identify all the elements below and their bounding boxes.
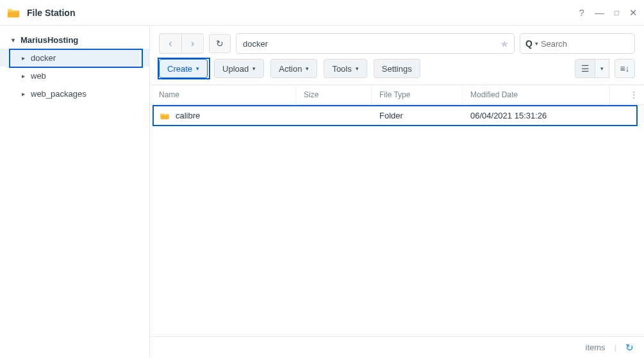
col-name[interactable]: Name [150,85,296,104]
sort-icon: ≡↓ [620,63,629,74]
nav-toolbar: ‹ › ↻ docker ★ Q▾ [150,26,644,59]
kebab-icon: ⋮ [630,90,638,99]
close-icon[interactable]: ✕ [629,8,638,17]
cell-name: calibre [150,111,296,121]
tree-item-docker[interactable]: ▸ docker [0,49,149,67]
caret-right-icon: ▸ [19,72,27,79]
search-icon: Q [525,38,533,49]
minimize-icon[interactable]: — [595,8,604,17]
row-name: calibre [176,111,200,120]
caret-right-icon: ▸ [19,54,27,61]
table-header: Name Size File Type Modified Date ⋮ [150,85,644,105]
help-icon[interactable]: ? [579,8,584,17]
chevron-down-icon: ▾ [600,65,604,72]
path-input[interactable]: docker ★ [236,33,515,54]
app-title: File Station [27,8,579,18]
app-folder-icon [6,6,21,20]
action-toolbar: Create ▾ Upload ▾ Action ▾ Tools ▾ Setti… [150,59,644,85]
star-icon[interactable]: ★ [500,38,509,50]
upload-label: Upload [222,64,249,74]
chevron-right-icon: › [191,38,194,49]
cell-type: Folder [372,111,463,120]
tree-item-label: web [31,71,46,81]
chevron-left-icon: ‹ [169,38,172,49]
table-row[interactable]: calibre Folder 06/04/2021 15:31:26 [150,105,644,126]
caret-right-icon: ▸ [19,90,27,97]
view-buttons: ☰ ▾ ≡↓ [575,59,635,78]
reload-button[interactable]: ↻ [209,34,231,53]
main-area: ▾ MariusHosting ▸ docker ▸ web ▸ web_pac… [0,26,644,358]
action-label: Action [279,64,302,74]
chevron-down-icon: ▾ [252,65,256,72]
sort-button[interactable]: ≡↓ [615,59,635,78]
settings-label: Settings [382,64,412,74]
create-label: Create [167,64,192,74]
content-area: ‹ › ↻ docker ★ Q▾ Create ▾ Upload ▾ [150,26,644,358]
sidebar: ▾ MariusHosting ▸ docker ▸ web ▸ web_pac… [0,26,150,358]
chevron-down-icon: ▾ [196,65,199,72]
status-bar: items | ↻ [150,336,644,358]
maximize-icon[interactable]: □ [615,9,619,17]
folder-icon [159,111,170,121]
view-dropdown-button[interactable]: ▾ [595,59,609,78]
list-icon: ☰ [581,63,590,74]
nav-back-button[interactable]: ‹ [160,34,181,53]
chevron-down-icon: ▾ [535,40,538,47]
window-controls: ? — □ ✕ [579,8,638,17]
col-size[interactable]: Size [296,85,372,104]
tree-root[interactable]: ▾ MariusHosting [0,31,149,49]
col-modified[interactable]: Modified Date [463,85,610,104]
tree-item-label: docker [31,53,56,63]
create-button[interactable]: Create ▾ [159,59,208,78]
divider: | [615,343,616,352]
tools-label: Tools [332,64,351,74]
tree-item-web[interactable]: ▸ web [0,67,149,85]
tree-item-label: web_packages [31,89,87,99]
reload-icon: ↻ [625,342,634,353]
list-view-button[interactable]: ☰ [575,59,595,78]
col-type[interactable]: File Type [372,85,463,104]
cell-modified: 06/04/2021 15:31:26 [463,111,610,120]
titlebar: File Station ? — □ ✕ [0,0,644,26]
caret-down-icon: ▾ [9,37,17,44]
upload-button[interactable]: Upload ▾ [214,59,264,78]
search-box[interactable]: Q▾ [520,33,635,54]
tools-button[interactable]: Tools ▾ [324,59,367,78]
nav-forward-button[interactable]: › [181,34,203,53]
tree-root-label: MariusHosting [21,35,78,45]
nav-buttons: ‹ › [159,33,204,54]
reload-icon: ↻ [216,38,224,49]
search-input[interactable] [541,39,644,49]
chevron-down-icon: ▾ [356,65,359,72]
chevron-down-icon: ▾ [306,65,309,72]
path-value: docker [243,39,268,49]
tree-item-web-packages[interactable]: ▸ web_packages [0,85,149,102]
items-label: items [586,343,606,352]
action-button[interactable]: Action ▾ [270,59,317,78]
settings-button[interactable]: Settings [374,59,420,78]
col-menu[interactable]: ⋮ [610,85,644,104]
status-reload-button[interactable]: ↻ [625,342,634,354]
